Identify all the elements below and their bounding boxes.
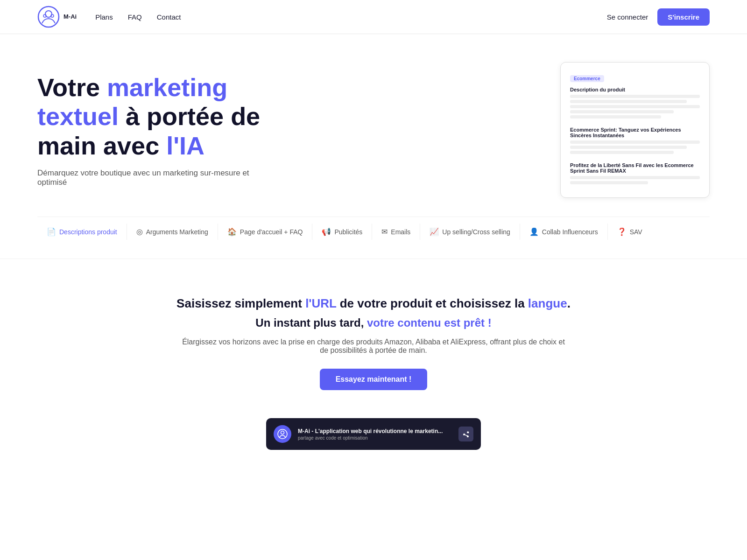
tab-publicites[interactable]: 📢 Publicités — [312, 224, 372, 240]
card-preview: Ecommerce Description du produit Ecommer… — [560, 62, 710, 198]
publicites-icon: 📢 — [322, 227, 331, 236]
tab-upselling[interactable]: 📈 Up selling/Cross selling — [420, 224, 520, 240]
emails-icon: ✉ — [381, 227, 388, 236]
tab-emails[interactable]: ✉ Emails — [372, 224, 420, 240]
middle-title-start: Saisissez simplement — [176, 296, 305, 310]
card-section2: Ecommerce Sprint: Tanguez vos Expérience… — [570, 127, 700, 138]
hero-title: Votre marketing textuel à portée de main… — [37, 73, 299, 160]
arguments-marketing-icon: ◎ — [136, 227, 143, 236]
middle-title: Saisissez simplement l'URL de votre prod… — [37, 296, 710, 311]
upselling-icon: 📈 — [430, 227, 439, 236]
middle-title-middle: de votre produit et choisissez la — [337, 296, 528, 310]
hero-section: Votre marketing textuel à portée de main… — [0, 34, 747, 217]
logo-text: M-Ai — [63, 13, 77, 21]
video-title: M-Ai - L'application web qui révolutionn… — [298, 428, 452, 434]
middle-subtitle: Un instant plus tard, votre contenu est … — [37, 316, 710, 329]
video-section: M-Ai - L'application web qui révolutionn… — [0, 418, 747, 469]
tab-arguments-marketing-label: Arguments Marketing — [146, 228, 208, 236]
nav-actions: Se connecter S'inscrire — [607, 8, 710, 26]
svg-point-5 — [281, 431, 284, 434]
try-now-button[interactable]: Essayez maintenant ! — [320, 369, 428, 390]
tabs-section: 📄 Descriptions produit ◎ Arguments Marke… — [0, 217, 747, 259]
video-meta: M-Ai - L'application web qui révolutionn… — [298, 428, 452, 441]
video-share-icon[interactable] — [458, 427, 473, 441]
tab-descriptions-produit[interactable]: 📄 Descriptions produit — [37, 224, 127, 240]
video-logo-icon — [274, 425, 291, 443]
tab-collab-influenceurs[interactable]: 👤 Collab Influenceurs — [520, 224, 608, 240]
nav-plans[interactable]: Plans — [95, 13, 113, 21]
tab-upselling-label: Up selling/Cross selling — [442, 228, 510, 236]
middle-subtitle-accent: votre contenu est prêt ! — [367, 316, 492, 329]
card-section3: Profitez de la Liberté Sans Fil avec les… — [570, 162, 700, 174]
login-button[interactable]: Se connecter — [607, 13, 648, 21]
middle-title-accent2: langue — [528, 296, 567, 310]
middle-subtitle-start: Un instant plus tard, — [255, 316, 367, 329]
card-tag: Ecommerce — [570, 75, 604, 82]
page-accueil-icon: 🏠 — [227, 227, 237, 236]
logo-icon — [37, 6, 60, 28]
logo[interactable]: M-Ai — [37, 6, 77, 28]
tab-collab-label: Collab Influenceurs — [542, 228, 598, 236]
sav-icon: ❓ — [617, 227, 627, 236]
middle-description: Élargissez vos horizons avec la prise en… — [182, 338, 565, 355]
hero-title-start: Votre — [37, 73, 107, 101]
tab-sav[interactable]: ❓ SAV — [608, 224, 652, 240]
video-subtitle: partage avec code et optimisation — [298, 435, 452, 441]
collab-icon: 👤 — [529, 227, 539, 236]
descriptions-produit-icon: 📄 — [47, 227, 56, 236]
tabs-list: 📄 Descriptions produit ◎ Arguments Marke… — [37, 217, 710, 240]
middle-title-end: . — [567, 296, 571, 310]
tab-arguments-marketing[interactable]: ◎ Arguments Marketing — [127, 224, 218, 240]
signup-button[interactable]: S'inscrire — [657, 8, 710, 26]
tab-page-accueil-label: Page d'accueil + FAQ — [240, 228, 303, 236]
middle-title-accent1: l'URL — [305, 296, 336, 310]
tab-emails-label: Emails — [391, 228, 410, 236]
hero-title-accent2: l'IA — [166, 132, 204, 160]
hero-left: Votre marketing textuel à portée de main… — [37, 73, 532, 187]
hero-right: ← Ecommerce Description du produit Ecomm… — [560, 62, 710, 198]
hero-subtitle: Démarquez votre boutique avec un marketi… — [37, 168, 252, 187]
video-thumbnail[interactable]: M-Ai - L'application web qui révolutionn… — [266, 418, 481, 450]
tab-publicites-label: Publicités — [334, 228, 362, 236]
card-section1: Description du produit — [570, 87, 700, 92]
tab-sav-label: SAV — [630, 228, 642, 236]
tab-descriptions-produit-label: Descriptions produit — [59, 228, 117, 236]
nav-contact[interactable]: Contact — [157, 13, 181, 21]
middle-section: Saisissez simplement l'URL de votre prod… — [0, 259, 747, 418]
tab-page-accueil-faq[interactable]: 🏠 Page d'accueil + FAQ — [218, 224, 313, 240]
nav-links: Plans FAQ Contact — [95, 13, 607, 21]
nav-faq[interactable]: FAQ — [128, 13, 142, 21]
navbar: M-Ai Plans FAQ Contact Se connecter S'in… — [0, 0, 747, 34]
